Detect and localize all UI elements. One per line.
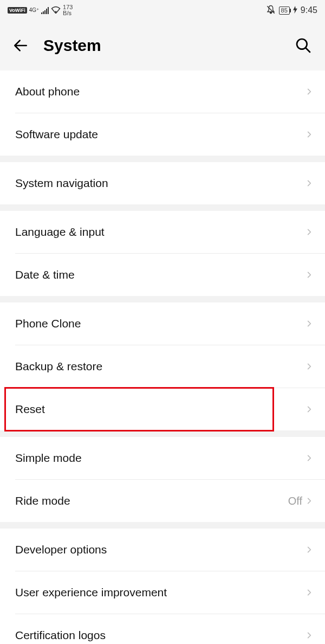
clock: 9:45 xyxy=(301,5,317,15)
chevron-right-icon xyxy=(306,454,313,462)
row-label: System navigation xyxy=(15,177,306,190)
row-label: Developer options xyxy=(15,543,306,556)
battery-indicator: 85 xyxy=(279,7,290,15)
row-backup-restore[interactable]: Backup & restore xyxy=(0,345,325,388)
row-label: Date & time xyxy=(15,268,306,281)
row-language-input[interactable]: Language & input xyxy=(0,211,325,253)
settings-group: Simple modeRide modeOff xyxy=(0,437,325,522)
back-button[interactable] xyxy=(12,37,29,54)
row-certification-logos[interactable]: Certification logos xyxy=(0,614,325,644)
settings-group: About phoneSoftware update xyxy=(0,70,325,156)
app-header: System xyxy=(0,21,325,70)
chevron-right-icon xyxy=(306,271,313,279)
signal-icon xyxy=(41,7,49,14)
chevron-right-icon xyxy=(306,179,313,187)
row-label: Software update xyxy=(15,128,306,141)
row-simple-mode[interactable]: Simple mode xyxy=(0,437,325,479)
chevron-right-icon xyxy=(306,88,313,95)
chevron-right-icon xyxy=(306,546,313,553)
network-speed: 173 B/s xyxy=(63,4,73,16)
charging-icon xyxy=(293,6,297,15)
row-ride-mode[interactable]: Ride modeOff xyxy=(0,480,325,522)
page-title: System xyxy=(43,36,295,55)
row-label: Phone Clone xyxy=(15,317,306,330)
row-date-time[interactable]: Date & time xyxy=(0,254,325,296)
settings-group: Developer optionsUser experience improve… xyxy=(0,529,325,644)
status-right: 85 9:45 xyxy=(266,5,317,16)
row-label: Reset xyxy=(15,403,306,416)
row-label: Backup & restore xyxy=(15,360,306,373)
row-value: Off xyxy=(288,495,302,507)
chevron-right-icon xyxy=(306,228,313,236)
chevron-right-icon xyxy=(306,131,313,138)
row-system-navigation[interactable]: System navigation xyxy=(0,162,325,204)
chevron-right-icon xyxy=(306,497,313,505)
chevron-right-icon xyxy=(306,632,313,639)
row-phone-clone[interactable]: Phone Clone xyxy=(0,302,325,345)
row-label: About phone xyxy=(15,85,306,98)
svg-point-0 xyxy=(55,11,57,12)
chevron-right-icon xyxy=(306,405,313,413)
row-about-phone[interactable]: About phone xyxy=(0,70,325,113)
chevron-right-icon xyxy=(306,589,313,596)
svg-line-3 xyxy=(306,48,310,52)
row-label: Certification logos xyxy=(15,629,306,642)
row-label: Ride mode xyxy=(15,494,288,507)
status-bar: VoWiFi 4G⁺ 173 B/s 85 9:45 xyxy=(0,0,325,21)
speed-unit: B/s xyxy=(63,10,73,16)
row-user-experience-improvement[interactable]: User experience improvement xyxy=(0,571,325,614)
row-label: Simple mode xyxy=(15,452,306,465)
settings-group: Phone CloneBackup & restoreReset xyxy=(0,302,325,430)
row-label: Language & input xyxy=(15,226,306,239)
settings-group: Language & inputDate & time xyxy=(0,211,325,296)
row-software-update[interactable]: Software update xyxy=(0,113,325,156)
row-developer-options[interactable]: Developer options xyxy=(0,529,325,571)
settings-group: System navigation xyxy=(0,162,325,204)
search-button[interactable] xyxy=(295,37,312,54)
wifi-icon xyxy=(51,6,61,15)
status-left: VoWiFi 4G⁺ 173 B/s xyxy=(8,4,73,16)
vowifi-badge: VoWiFi xyxy=(8,7,27,14)
dnd-icon xyxy=(266,5,276,16)
network-indicator: 4G⁺ xyxy=(29,8,39,13)
row-reset[interactable]: Reset xyxy=(0,388,325,430)
chevron-right-icon xyxy=(306,320,313,327)
row-label: User experience improvement xyxy=(15,586,306,599)
chevron-right-icon xyxy=(306,363,313,370)
